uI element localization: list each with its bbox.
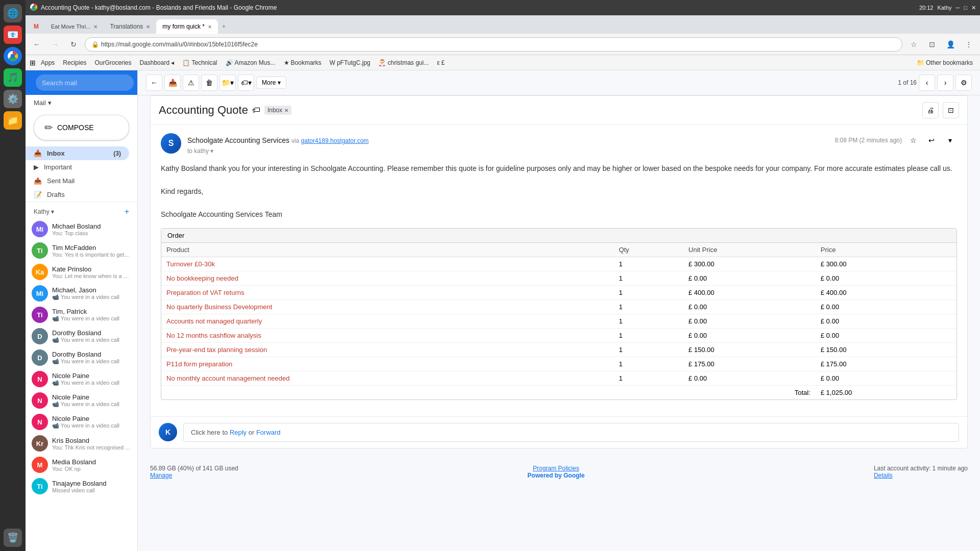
titlebar-maximize[interactable]: □ bbox=[964, 5, 967, 11]
os-icon-spotify[interactable]: 🎵 bbox=[4, 68, 22, 87]
chat-avatar: Ti bbox=[32, 307, 48, 323]
cell-qty: 1 bbox=[614, 299, 683, 314]
next-email-button[interactable]: › bbox=[937, 74, 953, 91]
chat-item[interactable]: Kr Kris Bosland You: Thk Kris not recogn… bbox=[26, 433, 137, 454]
os-icon-trash[interactable]: 🗑️ bbox=[4, 529, 22, 547]
move-button[interactable]: 📁▾ bbox=[219, 74, 236, 91]
tab-eat-close[interactable]: ✕ bbox=[93, 24, 97, 30]
bookmark-technical[interactable]: 📋 Technical bbox=[179, 58, 220, 67]
details-link[interactable]: Details bbox=[874, 472, 893, 479]
bookmarks-bar: ⊞ Apps Recipies OurGroceries Dashboard ◂… bbox=[26, 55, 980, 70]
compose-button[interactable]: ✏ COMPOSE bbox=[34, 115, 129, 140]
chat-section: Kathy ▾ + Mi Michael Bosland You: Top cl… bbox=[26, 202, 137, 500]
gmail-search-input[interactable] bbox=[36, 74, 134, 91]
more-actions-button[interactable]: ▾ bbox=[943, 133, 957, 147]
chat-item[interactable]: Mi Michael, Jason 📹 You were in a video … bbox=[26, 283, 137, 304]
chat-item[interactable]: N Nicole Paine 📹 You were in a video cal… bbox=[26, 411, 137, 433]
bookmark-pound[interactable]: ε £ bbox=[434, 58, 448, 67]
to-expand-icon[interactable]: ▾ bbox=[210, 147, 213, 155]
chat-item[interactable]: M Media Bosland You: OK np bbox=[26, 454, 137, 475]
back-button[interactable]: ← bbox=[30, 37, 44, 52]
chat-item[interactable]: Ti Tim McFadden You: Yes it is important… bbox=[26, 240, 137, 261]
bookmark-apps[interactable]: Apps bbox=[38, 58, 58, 67]
bookmark-bookmarks[interactable]: ★ Bookmarks bbox=[281, 58, 325, 67]
chat-item[interactable]: Mi Michael Bosland You: Top class bbox=[26, 218, 137, 240]
chat-preview: You: OK np bbox=[52, 466, 131, 472]
bookmark-ourgroceries[interactable]: OurGroceries bbox=[91, 58, 134, 67]
email-toolbar-right: 1 of 16 ‹ › ⚙ bbox=[898, 74, 972, 91]
archive-button[interactable]: 📥 bbox=[164, 74, 181, 91]
tab-new[interactable]: + bbox=[218, 19, 230, 34]
reply-link[interactable]: Reply bbox=[230, 429, 247, 436]
print-button[interactable]: 🖨 bbox=[922, 102, 939, 118]
reload-button[interactable]: ↻ bbox=[66, 37, 81, 52]
label-button[interactable]: 🏷▾ bbox=[238, 74, 254, 91]
chat-item[interactable]: Ka Kate Prinsloo You: Let me know when i… bbox=[26, 261, 137, 283]
reply-button[interactable]: ↩ bbox=[924, 133, 939, 147]
total-row: Total: £ 1,025.00 bbox=[161, 385, 957, 399]
chat-item[interactable]: N Nicole Paine 📹 You were in a video cal… bbox=[26, 368, 137, 390]
settings-button[interactable]: ⚙ bbox=[955, 74, 972, 91]
os-icon-settings[interactable]: ⚙️ bbox=[4, 90, 22, 108]
chat-add-button[interactable]: + bbox=[125, 207, 129, 216]
prev-email-button[interactable]: ‹ bbox=[919, 74, 935, 91]
reply-box[interactable]: Click here to Reply or Forward bbox=[183, 423, 959, 442]
cell-unit-price: £ 0.00 bbox=[683, 328, 816, 342]
chat-info: Kate Prinsloo You: Let me know when is a… bbox=[52, 265, 131, 279]
bookmark-star[interactable]: ☆ bbox=[906, 37, 921, 52]
nav-inbox[interactable]: 📥 Inbox (3) bbox=[26, 146, 129, 160]
account-button[interactable]: 👤 bbox=[943, 37, 958, 52]
bookmark-other[interactable]: 📁 Other bookmarks bbox=[914, 58, 976, 67]
os-icon-email[interactable]: 📧 bbox=[4, 26, 22, 44]
chat-preview: 📹 You were in a video call bbox=[52, 315, 131, 322]
tab-eat[interactable]: Eat Move Thri... ✕ bbox=[45, 19, 104, 34]
tab-myform[interactable]: my form quick * ✕ bbox=[156, 19, 218, 34]
back-to-inbox-button[interactable]: ← bbox=[146, 74, 162, 91]
more-button[interactable]: More ▾ bbox=[256, 77, 286, 89]
inbox-tag-close[interactable]: ✕ bbox=[284, 108, 288, 113]
tabbar: M Eat Move Thri... ✕ Translations ✕ my f… bbox=[26, 15, 980, 34]
nav-sent[interactable]: 📤 Sent Mail bbox=[26, 174, 129, 188]
os-icon-folder[interactable]: 📁 bbox=[4, 111, 22, 130]
inbox-badge-tag[interactable]: Inbox ✕ bbox=[264, 106, 291, 115]
chat-item[interactable]: N Nicole Paine 📹 You were in a video cal… bbox=[26, 390, 137, 411]
spam-button[interactable]: ⚠ bbox=[183, 74, 199, 91]
menu-button[interactable]: ⋮ bbox=[962, 37, 976, 52]
forward-link[interactable]: Forward bbox=[256, 429, 281, 436]
sender-via-link[interactable]: gator4189.hostgator.com bbox=[301, 137, 369, 144]
new-window-button[interactable]: ⊡ bbox=[943, 102, 959, 118]
titlebar-minimize[interactable]: ─ bbox=[956, 5, 960, 11]
star-button[interactable]: ☆ bbox=[906, 133, 920, 147]
cell-qty: 1 bbox=[614, 285, 683, 299]
bookmark-dashboard[interactable]: Dashboard ◂ bbox=[136, 58, 177, 67]
bookmark-technical-icon: 📋 bbox=[182, 59, 190, 66]
chat-item[interactable]: D Dorothy Bosland 📹 You were in a video … bbox=[26, 325, 137, 347]
nav-important[interactable]: ▶ Important bbox=[26, 160, 129, 174]
tab-myform-close[interactable]: ✕ bbox=[208, 24, 212, 30]
titlebar-close[interactable]: ✕ bbox=[971, 5, 976, 11]
extensions-button[interactable]: ⊡ bbox=[925, 37, 939, 52]
os-icon-network[interactable]: 🌐 bbox=[4, 4, 22, 22]
nav-drafts[interactable]: 📝 Drafts bbox=[26, 188, 129, 202]
chat-item[interactable]: D Dorothy Bosland 📹 You were in a video … bbox=[26, 347, 137, 368]
mail-chevron[interactable]: ▾ bbox=[48, 99, 52, 107]
tab-translations-close[interactable]: ✕ bbox=[146, 24, 150, 30]
forward-button[interactable]: → bbox=[48, 37, 62, 52]
chat-info: Dorothy Bosland 📹 You were in a video ca… bbox=[52, 350, 131, 365]
chat-item[interactable]: Ti Tim, Patrick 📹 You were in a video ca… bbox=[26, 304, 137, 325]
tab-gmail[interactable]: M bbox=[28, 19, 45, 34]
tab-translations[interactable]: Translations ✕ bbox=[104, 19, 156, 34]
policies-link[interactable]: Program Policies bbox=[533, 465, 579, 472]
chat-item[interactable]: Ti Tinajayne Bosland Missed video call bbox=[26, 475, 137, 497]
bookmark-amazon[interactable]: 🔊 Amazon Mus... bbox=[223, 58, 279, 67]
chat-name: Kate Prinsloo bbox=[52, 265, 131, 273]
delete-button[interactable]: 🗑 bbox=[201, 74, 217, 91]
url-bar[interactable]: 🔒 https://mail.google.com/mail/u/0/#inbo… bbox=[85, 37, 902, 52]
bookmark-pfTutgC[interactable]: W pFTutgC.jpg bbox=[327, 58, 374, 67]
manage-link[interactable]: Manage bbox=[150, 472, 172, 479]
os-icon-chrome[interactable] bbox=[4, 47, 22, 65]
cell-unit-price: £ 300.00 bbox=[683, 257, 816, 271]
chat-info: Michael, Jason 📹 You were in a video cal… bbox=[52, 286, 131, 300]
bookmark-christmas[interactable]: 🎅 christmas gui... bbox=[375, 58, 432, 67]
bookmark-recipies[interactable]: Recipies bbox=[60, 58, 89, 67]
